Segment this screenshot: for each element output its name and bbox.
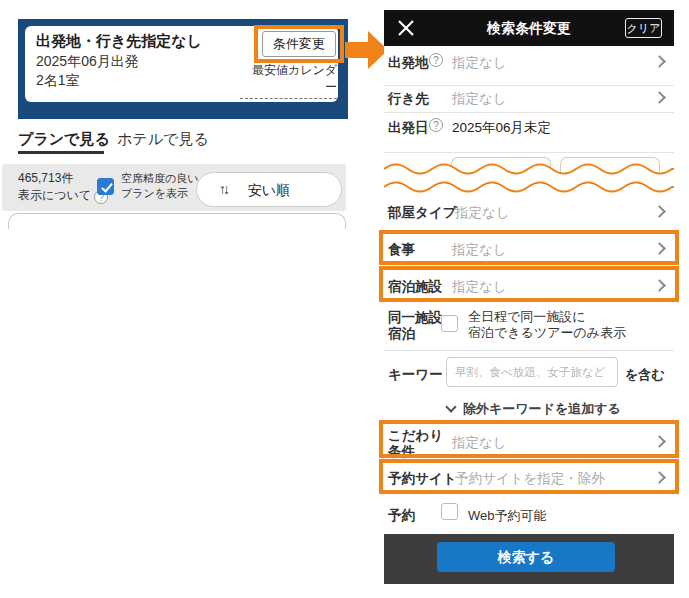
divider (384, 85, 674, 86)
summary-title: 出発地・行き先指定なし (36, 32, 202, 51)
about-display-label: 表示について (18, 188, 91, 202)
sort-button[interactable]: ↑↓ 安い順 (196, 172, 342, 207)
room-type-value: 指定なし (455, 204, 510, 222)
booking-site-value: 予約サイトを指定・除外 (455, 470, 605, 488)
chevron-down-icon (445, 401, 456, 412)
availability-checkbox-label-line1: 空席精度の良い (121, 171, 199, 186)
divider (384, 350, 674, 351)
annotation-arrow-icon (345, 28, 389, 72)
booking-site-label: 予約サイト (388, 470, 456, 488)
summary-departure-month: 2025年06月出発 (36, 53, 139, 71)
web-reservation-checkbox[interactable] (441, 503, 458, 520)
departure-from-value: 指定なし (452, 54, 507, 72)
search-button[interactable]: 検索する (437, 542, 615, 572)
web-reservation-checkbox-label: Web予約可能 (468, 507, 547, 525)
keyword-suffix: を含む (625, 366, 665, 384)
about-display-link[interactable]: 表示について ? (18, 187, 108, 204)
same-facility-checkbox-label-line2: 宿泊できるツアーのみ表示 (468, 324, 626, 342)
tab-view-by-hotel[interactable]: ホテルで見る (117, 130, 209, 149)
preferred-conditions-value: 指定なし (452, 434, 507, 452)
active-tab-underline (18, 151, 104, 154)
screenshot-canvas: 出発地・行き先指定なし 2025年06月出発 2名1室 条件変更 最安値カレンダ… (0, 0, 689, 598)
room-type-label: 部屋タイプ (388, 204, 456, 222)
clear-button[interactable]: クリア (625, 18, 662, 38)
cheapest-calendar-link[interactable]: 最安値カレンダー (240, 62, 337, 99)
divider (384, 112, 674, 113)
same-facility-checkbox[interactable] (441, 315, 458, 332)
availability-checkbox[interactable] (97, 178, 114, 195)
reservation-label: 予約 (388, 507, 415, 525)
add-exclude-keyword-link[interactable]: 除外キーワードを追加する (447, 400, 621, 418)
divider (384, 152, 674, 153)
destination-value: 指定なし (452, 90, 507, 108)
change-conditions-button[interactable]: 条件変更 (262, 31, 336, 57)
add-exclude-keyword-label: 除外キーワードを追加する (463, 401, 621, 416)
tab-view-by-plan[interactable]: プランで見る (18, 130, 110, 149)
departure-from-label: 出発地 (388, 54, 429, 72)
result-count: 465,713件 (18, 170, 73, 187)
departure-date-value: 2025年06月未定 (452, 119, 551, 137)
accommodation-label: 宿泊施設 (388, 278, 442, 296)
departure-from-help-icon[interactable]: ? (429, 53, 443, 67)
summary-occupancy: 2名1室 (36, 72, 80, 90)
modal-header: 検索条件変更 クリア (384, 10, 674, 46)
meal-value: 指定なし (452, 241, 507, 259)
departure-date-label: 出発日 (388, 119, 429, 137)
result-card-top-edge (8, 213, 346, 229)
content-omitted-wave-icon (384, 158, 674, 204)
meal-label: 食事 (388, 241, 415, 259)
modal-footer: 検索する (384, 534, 674, 584)
keyword-input[interactable] (446, 357, 618, 387)
destination-label: 行き先 (388, 90, 429, 108)
sort-label: 安い順 (197, 182, 341, 200)
preferred-conditions-label-line2: 条件 (388, 443, 415, 461)
accommodation-value: 指定なし (452, 278, 507, 296)
departure-date-help-icon[interactable]: ? (429, 118, 443, 132)
same-facility-label-line2: 宿泊 (388, 325, 415, 343)
availability-checkbox-label-line2: プランを表示 (121, 186, 188, 201)
